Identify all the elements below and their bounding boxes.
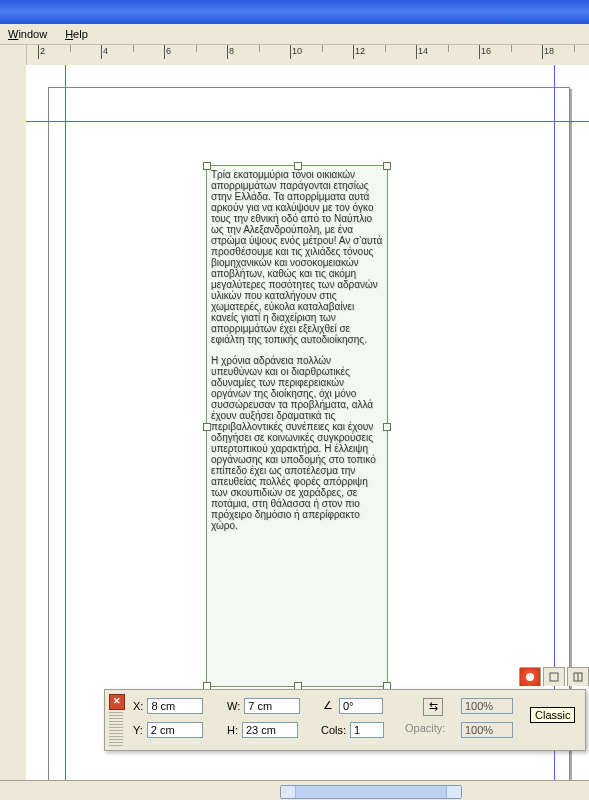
statusbar (0, 780, 589, 800)
panel-icon (549, 672, 559, 682)
paragraph-2: Η χρόνια αδράνεια πολλών υπευθύνων και ο… (211, 355, 383, 531)
palette-tabs (519, 667, 589, 686)
panel-icon-2 (573, 672, 583, 682)
opacity-label: Opacity: (405, 722, 445, 734)
w-field[interactable] (244, 698, 300, 714)
y-field[interactable] (147, 722, 203, 738)
y-label: Y: (133, 724, 143, 736)
properties-palette[interactable]: ✕ X: Y: W: H: ∠ Cols: ⇆ Opaci (104, 689, 586, 751)
handle-nw[interactable] (203, 162, 211, 170)
cols-field[interactable] (350, 722, 384, 738)
handle-ne[interactable] (383, 162, 391, 170)
handle-w[interactable] (203, 423, 211, 431)
angle-field[interactable] (339, 698, 383, 714)
chain-icon[interactable]: ⇆ (423, 698, 443, 716)
tab-record[interactable] (519, 667, 541, 686)
handle-e[interactable] (383, 423, 391, 431)
palette-grip[interactable] (109, 712, 123, 746)
h-label: H: (227, 724, 238, 736)
paragraph-1: Τρία εκατομμύρια τόνοι οικιακών απορριμμ… (211, 169, 383, 345)
guide-left[interactable] (65, 65, 66, 781)
handle-n[interactable] (294, 162, 302, 170)
h-field[interactable] (242, 722, 298, 738)
w-label: W: (227, 700, 240, 712)
window-titlebar (0, 0, 589, 24)
angle-icon: ∠ (321, 699, 335, 713)
canvas[interactable]: Τρία εκατομμύρια τόνοι οικιακών απορριμμ… (26, 65, 589, 781)
x-label: X: (133, 700, 143, 712)
menubar: WWindowindow HHelpelp (0, 24, 589, 45)
tab-panel-1[interactable] (543, 667, 565, 686)
tab-panel-2[interactable] (567, 667, 589, 686)
record-icon (525, 672, 535, 682)
vertical-ruler (0, 45, 27, 800)
text-frame[interactable]: Τρία εκατομμύρια τόνοι οικιακών απορριμμ… (206, 165, 388, 687)
close-icon[interactable]: ✕ (109, 694, 125, 710)
tooltip-classic: Classic (530, 707, 575, 723)
pct-field-2[interactable] (461, 722, 513, 738)
x-field[interactable] (147, 698, 203, 714)
text-content: Τρία εκατομμύρια τόνοι οικιακών απορριμμ… (207, 166, 387, 544)
guide-top[interactable] (26, 121, 589, 122)
svg-rect-1 (550, 673, 558, 681)
workspace: // ticks injected after data load 246810… (0, 45, 589, 800)
svg-point-0 (526, 673, 534, 681)
pct-field-1[interactable] (461, 698, 513, 714)
horizontal-scrollbar[interactable] (280, 785, 462, 799)
menu-window[interactable]: WWindowindow (8, 28, 47, 40)
horizontal-ruler: // ticks injected after data load 246810… (26, 45, 589, 66)
menu-help[interactable]: HHelpelp (65, 28, 88, 40)
cols-label: Cols: (321, 724, 346, 736)
